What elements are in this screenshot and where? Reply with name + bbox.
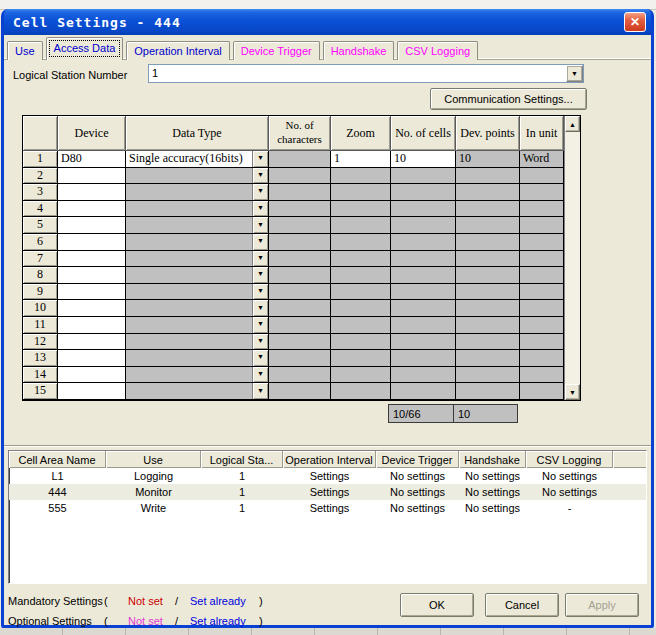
grid-cell-dev-points[interactable] [456, 334, 520, 351]
list-row-444[interactable]: 444Monitor1SettingsNo settingsNo setting… [9, 484, 646, 500]
grid-cell-no-of-cells[interactable] [391, 184, 456, 201]
grid-cell-data-type[interactable]: ▼ [126, 300, 269, 317]
grid-cell-device[interactable] [58, 317, 126, 334]
grid-cell-data-type[interactable]: ▼ [126, 334, 269, 351]
grid-cell-data-type[interactable]: ▼ [126, 367, 269, 384]
grid-cell-in-unit[interactable] [520, 367, 564, 384]
grid-cell-zoom[interactable] [331, 251, 391, 268]
grid-cell-characters[interactable] [269, 334, 331, 351]
grid-cell-no-of-cells[interactable] [391, 201, 456, 218]
tab-operation-interval[interactable]: Operation Interval [126, 41, 229, 60]
grid-row-number[interactable]: 13 [23, 350, 58, 367]
grid-cell-characters[interactable] [269, 201, 331, 218]
grid-cell-no-of-cells[interactable] [391, 217, 456, 234]
grid-cell-characters[interactable] [269, 300, 331, 317]
grid-cell-no-of-cells[interactable] [391, 317, 456, 334]
grid-cell-zoom[interactable] [331, 201, 391, 218]
grid-cell-data-type[interactable]: ▼ [126, 350, 269, 367]
grid-cell-in-unit[interactable] [520, 334, 564, 351]
grid-cell-device[interactable] [58, 334, 126, 351]
grid-cell-zoom[interactable] [331, 350, 391, 367]
combo-dropdown-button[interactable]: ▼ [566, 65, 583, 82]
grid-cell-characters[interactable] [269, 350, 331, 367]
grid-cell-dev-points[interactable] [456, 184, 520, 201]
grid-cell-no-of-cells[interactable] [391, 284, 456, 301]
grid-cell-characters[interactable] [269, 383, 331, 400]
communication-settings-button[interactable]: Communication Settings... [430, 88, 587, 110]
grid-row-number[interactable]: 3 [23, 184, 58, 201]
grid-row-number[interactable]: 8 [23, 267, 58, 284]
grid-cell-zoom[interactable] [331, 234, 391, 251]
grid-cell-dev-points[interactable]: 10 [456, 151, 520, 168]
grid-cell-device[interactable] [58, 383, 126, 400]
data-type-dropdown-button[interactable]: ▼ [252, 184, 268, 200]
grid-row-number[interactable]: 2 [23, 168, 58, 185]
list-row-l1[interactable]: L1Logging1SettingsNo settingsNo settings… [9, 468, 646, 484]
grid-row-number[interactable]: 5 [23, 217, 58, 234]
grid-cell-device[interactable] [58, 367, 126, 384]
grid-row-number[interactable]: 15 [23, 383, 58, 400]
scroll-up-button[interactable]: ▲ [565, 116, 580, 132]
grid-cell-characters[interactable] [269, 151, 331, 168]
grid-cell-data-type[interactable]: ▼ [126, 217, 269, 234]
grid-cell-data-type[interactable]: ▼ [126, 284, 269, 301]
data-type-dropdown-button[interactable]: ▼ [252, 151, 268, 167]
grid-cell-in-unit[interactable] [520, 201, 564, 218]
grid-cell-in-unit[interactable] [520, 234, 564, 251]
grid-cell-no-of-cells[interactable] [391, 367, 456, 384]
grid-cell-data-type[interactable]: ▼ [126, 251, 269, 268]
grid-cell-characters[interactable] [269, 251, 331, 268]
grid-cell-no-of-cells[interactable] [391, 168, 456, 185]
grid-cell-device[interactable] [58, 300, 126, 317]
grid-cell-device[interactable]: D80 [58, 151, 126, 168]
grid-cell-dev-points[interactable] [456, 317, 520, 334]
grid-cell-characters[interactable] [269, 234, 331, 251]
grid-cell-data-type[interactable]: Single accuracy(16bits)▼ [126, 151, 269, 168]
grid-cell-data-type[interactable]: ▼ [126, 383, 269, 400]
grid-cell-in-unit[interactable] [520, 251, 564, 268]
grid-cell-in-unit[interactable] [520, 317, 564, 334]
data-type-dropdown-button[interactable]: ▼ [252, 234, 268, 250]
grid-cell-data-type[interactable]: ▼ [126, 234, 269, 251]
grid-cell-in-unit[interactable]: Word [520, 151, 564, 168]
grid-cell-dev-points[interactable] [456, 201, 520, 218]
grid-cell-characters[interactable] [269, 317, 331, 334]
grid-row-number[interactable]: 1 [23, 151, 58, 168]
grid-row-number[interactable]: 14 [23, 367, 58, 384]
data-type-dropdown-button[interactable]: ▼ [252, 284, 268, 300]
grid-cell-dev-points[interactable] [456, 284, 520, 301]
grid-cell-device[interactable] [58, 234, 126, 251]
tab-csv-logging[interactable]: CSV Logging [397, 41, 478, 60]
grid-cell-no-of-cells[interactable] [391, 234, 456, 251]
grid-cell-zoom[interactable] [331, 300, 391, 317]
list-header-device-trigger[interactable]: Device Trigger [376, 451, 459, 468]
grid-cell-zoom[interactable] [331, 184, 391, 201]
grid-cell-zoom[interactable] [331, 383, 391, 400]
list-header-cell-area-name[interactable]: Cell Area Name [9, 451, 106, 468]
grid-row-number[interactable]: 11 [23, 317, 58, 334]
tab-access-data[interactable]: Access Data [46, 37, 124, 60]
grid-cell-characters[interactable] [269, 168, 331, 185]
grid-cell-characters[interactable] [269, 267, 331, 284]
grid-cell-device[interactable] [58, 284, 126, 301]
grid-scrollbar[interactable]: ▲ ▼ [564, 116, 580, 400]
list-row-555[interactable]: 555Write1SettingsNo settingsNo settings- [9, 500, 646, 516]
grid-row-number[interactable]: 4 [23, 201, 58, 218]
tab-use[interactable]: Use [7, 41, 43, 60]
grid-cell-dev-points[interactable] [456, 367, 520, 384]
grid-cell-in-unit[interactable] [520, 350, 564, 367]
list-header-handshake[interactable]: Handshake [459, 451, 526, 468]
list-header-operation-interval[interactable]: Operation Interval [283, 451, 376, 468]
grid-cell-device[interactable] [58, 350, 126, 367]
grid-row-number[interactable]: 12 [23, 334, 58, 351]
grid-cell-zoom[interactable] [331, 267, 391, 284]
grid-cell-device[interactable] [58, 168, 126, 185]
grid-cell-device[interactable] [58, 251, 126, 268]
data-type-dropdown-button[interactable]: ▼ [252, 300, 268, 316]
grid-cell-device[interactable] [58, 217, 126, 234]
grid-cell-in-unit[interactable] [520, 267, 564, 284]
data-type-dropdown-button[interactable]: ▼ [252, 217, 268, 233]
grid-cell-zoom[interactable] [331, 168, 391, 185]
grid-cell-no-of-cells[interactable] [391, 300, 456, 317]
grid-cell-in-unit[interactable] [520, 300, 564, 317]
